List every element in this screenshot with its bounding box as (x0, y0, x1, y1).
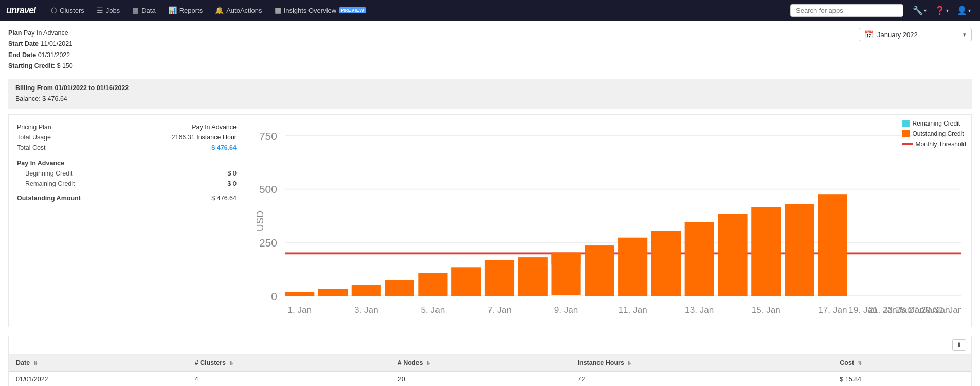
cell-date: 01/01/2022 (9, 371, 188, 386)
billing-section: Pricing Plan Pay In Advance Total Usage … (8, 114, 972, 327)
remaining-credit-label: Remaining Credit (17, 180, 75, 187)
clusters-sort-icon[interactable]: ⇅ (229, 361, 233, 366)
billing-banner: Billing From 01/01/2022 to 01/16/2022 Ba… (8, 79, 972, 109)
billing-left-panel: Pricing Plan Pay In Advance Total Usage … (9, 115, 245, 327)
outstanding-amount-value: $ 476.64 (211, 195, 237, 202)
cell-clusters: 4 (188, 371, 391, 386)
billing-from-text: Billing From 01/01/2022 to 01/16/2022 (15, 83, 965, 94)
end-date-label: End Date (8, 51, 36, 59)
reports-icon: 📊 (168, 6, 177, 14)
remaining-credit-color (902, 120, 910, 127)
remaining-credit-row: Remaining Credit $ 0 (17, 179, 237, 189)
col-clusters: # Clusters ⇅ (188, 355, 391, 372)
svg-text:11. Jan: 11. Jan (619, 304, 647, 314)
billing-table: Date ⇅ # Clusters ⇅ # Nodes ⇅ Instance H… (9, 355, 971, 386)
legend-remaining-credit: Remaining Credit (902, 120, 967, 127)
svg-text:500: 500 (259, 183, 277, 195)
svg-text:USD: USD (256, 210, 265, 231)
svg-rect-10 (285, 292, 314, 296)
total-usage-label: Total Usage (17, 134, 51, 141)
nav-clusters[interactable]: ⬡ Clusters (46, 0, 89, 21)
nav-jobs[interactable]: ☰ Jobs (92, 0, 125, 21)
svg-text:13. Jan: 13. Jan (685, 304, 714, 314)
end-date-value: 01/31/2022 (38, 51, 70, 59)
calendar-icon: 📅 (864, 30, 873, 39)
chart-legend: Remaining Credit Outstanding Credit Mont… (902, 120, 967, 148)
pricing-plan-value: Pay In Advance (192, 124, 237, 131)
nav-insights[interactable]: ▦ Insights Overview PREVIEW (269, 0, 372, 21)
pay-in-advance-header: Pay In Advance (17, 158, 237, 168)
legend-outstanding-credit: Outstanding Credit (902, 130, 967, 137)
bar-chart: 750 500 250 0 USD (256, 122, 961, 320)
user-icon-btn[interactable]: 👤 ▾ (954, 6, 974, 15)
outstanding-amount-row: Outstanding Amount $ 476.64 (17, 193, 237, 203)
monthly-threshold-legend-label: Monthly Threshold (916, 141, 967, 148)
col-instance-hours-label: Instance Hours (578, 359, 624, 366)
plan-label: Plan (8, 29, 22, 37)
svg-text:750: 750 (259, 130, 277, 142)
download-button[interactable]: ⬇ (952, 339, 966, 351)
svg-text:15. Jan: 15. Jan (752, 304, 781, 314)
plan-info: Plan Pay In Advance Start Date 11/01/202… (8, 28, 73, 72)
svg-rect-21 (618, 237, 647, 295)
starting-credit-value: $ 150 (57, 62, 72, 69)
start-date-value: 11/01/2021 (41, 40, 73, 47)
svg-rect-13 (385, 280, 414, 296)
svg-text:0: 0 (271, 290, 277, 302)
col-cost-label: Cost (840, 359, 854, 366)
autoactions-icon: 🔔 (215, 6, 224, 14)
nav-data[interactable]: ▦ Data (127, 0, 160, 21)
instance-hours-sort-icon[interactable]: ⇅ (627, 361, 631, 366)
billing-balance-text: Balance: $ 476.64 (15, 94, 965, 104)
cost-sort-icon[interactable]: ⇅ (858, 361, 862, 366)
date-sort-icon[interactable]: ⇅ (33, 361, 38, 366)
svg-rect-23 (685, 221, 714, 295)
nav-data-label: Data (141, 7, 155, 14)
svg-rect-27 (818, 194, 847, 296)
table-body: 01/01/202242072$ 15.8401/02/202242072$ 1… (9, 371, 971, 386)
cell-cost: $ 15.84 (832, 371, 971, 386)
nodes-sort-icon[interactable]: ⇅ (426, 361, 430, 366)
nav-autoactions[interactable]: 🔔 AutoActions (210, 0, 267, 21)
navbar: unravel ⬡ Clusters ☰ Jobs ▦ Data 📊 Repor… (0, 0, 980, 21)
outstanding-credit-legend-label: Outstanding Credit (913, 130, 964, 137)
pricing-plan-label: Pricing Plan (17, 124, 51, 131)
legend-monthly-threshold: Monthly Threshold (902, 141, 967, 148)
pricing-plan-row: Pricing Plan Pay In Advance (17, 122, 237, 132)
nav-autoactions-label: AutoActions (226, 7, 262, 14)
svg-rect-26 (785, 204, 814, 296)
preview-badge: PREVIEW (339, 7, 366, 13)
col-date-label: Date (16, 359, 30, 366)
table-header: Date ⇅ # Clusters ⇅ # Nodes ⇅ Instance H… (9, 355, 971, 372)
main-content: Plan Pay In Advance Start Date 11/01/202… (0, 21, 980, 386)
plan-name: Pay In Advance (24, 29, 68, 37)
remaining-credit-legend-label: Remaining Credit (913, 120, 960, 127)
svg-text:250: 250 (259, 236, 277, 248)
start-date-label: Start Date (8, 40, 39, 47)
svg-text:1. Jan: 1. Jan (287, 304, 312, 314)
starting-credit-label: Starting Credit: (8, 62, 55, 69)
col-cost: Cost ⇅ (832, 355, 971, 372)
total-usage-row: Total Usage 2166.31 Instance Hour (17, 132, 237, 143)
outstanding-amount-label: Outstanding Amount (17, 195, 81, 202)
chevron-down-icon: ▾ (963, 31, 966, 38)
total-usage-value: 2166.31 Instance Hour (172, 134, 237, 141)
help-icon-btn[interactable]: ❓ ▾ (932, 6, 952, 15)
pay-in-advance-label: Pay In Advance (17, 160, 64, 167)
svg-rect-14 (418, 273, 447, 295)
svg-rect-17 (518, 257, 548, 296)
svg-text:9. Jan: 9. Jan (554, 304, 578, 314)
logo: unravel (6, 5, 35, 16)
col-date: Date ⇅ (9, 355, 188, 372)
plan-header: Plan Pay In Advance Start Date 11/01/202… (8, 28, 972, 72)
svg-rect-16 (485, 260, 514, 295)
search-input[interactable] (790, 4, 903, 17)
settings-icon-btn[interactable]: 🔧 ▾ (910, 6, 930, 15)
date-selector[interactable]: 📅 January 2022 ▾ (859, 28, 972, 41)
nav-reports[interactable]: 📊 Reports (163, 0, 208, 21)
svg-text:31. Jan: 31. Jan (934, 304, 961, 314)
svg-rect-25 (751, 207, 781, 296)
col-nodes: # Nodes ⇅ (391, 355, 571, 372)
svg-rect-19 (551, 252, 580, 295)
table-row: 01/01/202242072$ 15.84 (9, 371, 971, 386)
